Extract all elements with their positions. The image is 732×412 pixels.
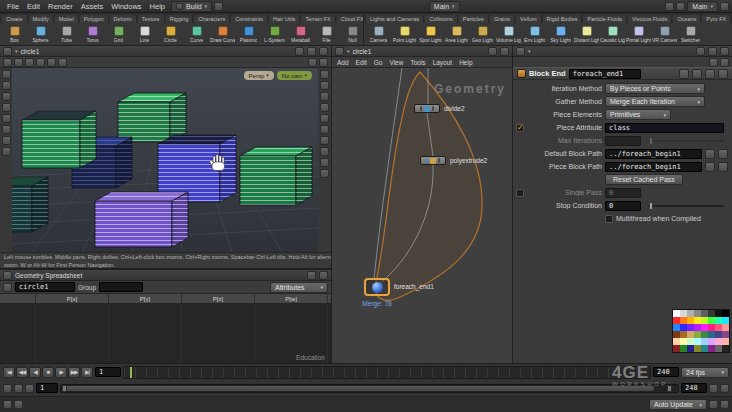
shelf-tool[interactable]: Platonic bbox=[236, 26, 261, 43]
network-menu-item[interactable]: Add bbox=[334, 59, 352, 66]
default-block-path-field[interactable]: ../foreach_begin1 bbox=[605, 149, 702, 159]
color-swatch[interactable] bbox=[680, 345, 687, 352]
global-animation-options-icon[interactable] bbox=[720, 384, 729, 393]
current-frame-field[interactable]: 1 bbox=[95, 367, 121, 377]
color-swatch[interactable] bbox=[694, 331, 701, 338]
single-pass-checkbox[interactable] bbox=[516, 189, 524, 197]
shelf-tab[interactable]: Rigid Bodies bbox=[543, 15, 583, 23]
color-swatch[interactable] bbox=[673, 331, 680, 338]
color-swatch[interactable] bbox=[715, 324, 722, 331]
pane-tab-icon[interactable] bbox=[516, 47, 525, 56]
move-icon[interactable] bbox=[14, 58, 23, 67]
gear-icon[interactable] bbox=[709, 58, 718, 67]
menu-item[interactable]: Help bbox=[146, 2, 169, 11]
group-field[interactable] bbox=[99, 282, 143, 292]
play-reverse-button[interactable]: ◀ bbox=[29, 367, 41, 378]
color-swatch[interactable] bbox=[687, 345, 694, 352]
node-name-field[interactable]: foreach_end1 bbox=[569, 69, 641, 79]
message-log-icon[interactable] bbox=[3, 400, 12, 409]
iteration-method-dropdown[interactable]: By Pieces or Points bbox=[605, 83, 705, 94]
color-swatch[interactable] bbox=[715, 310, 722, 317]
shelf-tool[interactable]: Box bbox=[2, 26, 27, 43]
lighting-icon[interactable] bbox=[320, 136, 329, 145]
shelf-tool[interactable]: Point Light bbox=[392, 26, 417, 43]
set-key-icon[interactable] bbox=[3, 384, 12, 393]
scale-icon[interactable] bbox=[36, 58, 45, 67]
help-icon[interactable] bbox=[720, 58, 729, 67]
cook-mode-icon[interactable] bbox=[709, 400, 718, 409]
translate-tool-icon[interactable] bbox=[2, 92, 11, 101]
shelf-tab[interactable]: Oceans bbox=[673, 15, 701, 23]
network-menu-item[interactable]: Tools bbox=[407, 59, 428, 66]
color-swatch[interactable] bbox=[673, 338, 680, 345]
pin-icon[interactable] bbox=[307, 271, 316, 280]
playhead[interactable] bbox=[130, 367, 132, 378]
color-swatch[interactable] bbox=[694, 310, 701, 317]
node-divide2[interactable] bbox=[414, 104, 440, 113]
scene-view-path[interactable]: circle1 bbox=[21, 48, 40, 55]
range-end-field[interactable]: 240 bbox=[653, 367, 679, 377]
rotate-tool-icon[interactable] bbox=[2, 103, 11, 112]
shelf-tool[interactable]: Tube bbox=[54, 26, 79, 43]
snapshot-icon[interactable] bbox=[320, 158, 329, 167]
play-button[interactable]: ▶ bbox=[55, 367, 67, 378]
take-selector[interactable]: Main ▾ bbox=[429, 1, 460, 12]
shelf-tab[interactable]: Cloud FX bbox=[337, 15, 363, 23]
column-header[interactable] bbox=[0, 294, 36, 303]
color-swatch[interactable] bbox=[673, 324, 680, 331]
range-handle-start[interactable] bbox=[62, 385, 67, 392]
shading-mode-icon[interactable] bbox=[320, 114, 329, 123]
shelf-tab[interactable]: Grains bbox=[490, 15, 515, 23]
color-swatch[interactable] bbox=[708, 338, 715, 345]
global-end-field[interactable]: 248 bbox=[681, 383, 707, 393]
color-swatch[interactable] bbox=[708, 310, 715, 317]
memory-icon[interactable] bbox=[720, 400, 729, 409]
maximize-pane-icon[interactable] bbox=[319, 47, 328, 56]
network-menu-item[interactable]: View bbox=[386, 59, 406, 66]
color-swatch[interactable] bbox=[673, 310, 680, 317]
slider-knob[interactable] bbox=[649, 137, 653, 145]
attributes-dropdown[interactable]: Attributes bbox=[270, 282, 328, 293]
wireframe-toggle-icon[interactable] bbox=[320, 125, 329, 134]
range-bar[interactable] bbox=[62, 386, 654, 391]
menu-item[interactable]: Assets bbox=[77, 2, 108, 11]
shelf-tool[interactable]: Distant Light bbox=[574, 26, 599, 43]
pane-tab-icon[interactable] bbox=[3, 47, 12, 56]
shelf-tab[interactable]: Hair Utils bbox=[269, 15, 300, 23]
shelf-tool[interactable]: Circle bbox=[158, 26, 183, 43]
projection-selector[interactable]: Persp ▾ bbox=[244, 71, 274, 80]
fps-display[interactable]: 24 fps bbox=[681, 367, 729, 378]
node-link-icon[interactable] bbox=[3, 283, 12, 292]
shelf-tool[interactable]: Env Light bbox=[522, 26, 547, 43]
home-view-icon[interactable] bbox=[320, 81, 329, 90]
color-swatch[interactable] bbox=[701, 324, 708, 331]
shelf-tab[interactable]: Create bbox=[2, 15, 28, 23]
color-swatch[interactable] bbox=[680, 324, 687, 331]
menu-item[interactable]: File bbox=[3, 2, 23, 11]
shelf-tool[interactable]: Caustic Light bbox=[600, 26, 625, 43]
prev-key-button[interactable]: ◀◀ bbox=[16, 367, 28, 378]
shelf-tab[interactable]: Rigging bbox=[166, 15, 194, 23]
pane-tab-icon[interactable] bbox=[3, 271, 12, 280]
playback-range-slider[interactable] bbox=[60, 384, 679, 393]
color-swatch[interactable] bbox=[687, 310, 694, 317]
color-swatch[interactable] bbox=[673, 317, 680, 324]
node-chooser-icon[interactable] bbox=[705, 149, 715, 159]
shelf-tool[interactable]: Metaball bbox=[288, 26, 313, 43]
spreadsheet-node-field[interactable]: circle1 bbox=[15, 282, 75, 292]
shelf-tab[interactable]: Characters bbox=[194, 15, 230, 23]
color-swatch[interactable] bbox=[701, 345, 708, 352]
range-handle-end[interactable] bbox=[667, 385, 672, 392]
stop-condition-field[interactable]: 0 bbox=[605, 201, 641, 211]
color-swatch[interactable] bbox=[687, 324, 694, 331]
help-icon[interactable] bbox=[718, 69, 728, 79]
spreadsheet-body[interactable]: Education bbox=[0, 304, 331, 363]
layout-icon[interactable] bbox=[320, 70, 329, 79]
shelf-tool[interactable]: Volume Light bbox=[496, 26, 521, 43]
shelf-tool[interactable]: Sphere bbox=[28, 26, 53, 43]
shelf-tab[interactable]: Texture bbox=[138, 15, 165, 23]
color-swatch[interactable] bbox=[708, 345, 715, 352]
next-key-button[interactable]: ▶▶ bbox=[68, 367, 80, 378]
max-iterations-slider[interactable] bbox=[648, 140, 724, 142]
shelf-tool[interactable]: Sky Light bbox=[548, 26, 573, 43]
